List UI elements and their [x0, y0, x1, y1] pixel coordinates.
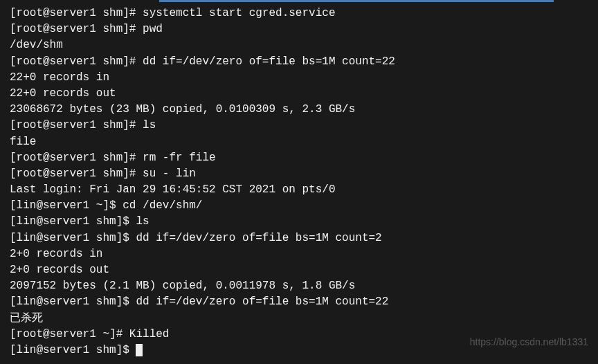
terminal-output[interactable]: [root@server1 shm]# systemctl start cgre…: [10, 6, 588, 358]
terminal-line: [lin@server1 ~]$ cd /dev/shm/: [10, 198, 588, 214]
terminal-line: [root@server1 shm]# rm -fr file: [10, 150, 588, 166]
terminal-line: [root@server1 shm]# dd if=/dev/zero of=f…: [10, 54, 588, 70]
terminal-line: 2+0 records out: [10, 262, 588, 278]
terminal-line: [root@server1 shm]# systemctl start cgre…: [10, 6, 588, 21]
terminal-line: 23068672 bytes (23 MB) copied, 0.0100309…: [10, 102, 588, 118]
title-bar-highlight: [159, 0, 554, 2]
cursor-icon: [136, 344, 143, 356]
terminal-line: Last login: Fri Jan 29 16:45:52 CST 2021…: [10, 182, 588, 198]
terminal-line: 22+0 records in: [10, 70, 588, 86]
terminal-line: [root@server1 shm]# pwd: [10, 21, 588, 37]
terminal-line: 2097152 bytes (2.1 MB) copied, 0.0011978…: [10, 278, 588, 294]
terminal-line: [lin@server1 shm]$ dd if=/dev/zero of=fi…: [10, 294, 588, 310]
terminal-prompt: [lin@server1 shm]$: [10, 344, 136, 356]
terminal-line: [root@server1 shm]# ls: [10, 118, 588, 134]
terminal-line: [lin@server1 shm]$ ls: [10, 214, 588, 230]
terminal-line: file: [10, 134, 588, 150]
terminal-line: [root@server1 shm]# su - lin: [10, 166, 588, 182]
terminal-line: 22+0 records out: [10, 86, 588, 102]
terminal-line: 已杀死: [10, 311, 588, 327]
terminal-line: /dev/shm: [10, 37, 588, 53]
terminal-line: [lin@server1 shm]$ dd if=/dev/zero of=fi…: [10, 230, 588, 246]
terminal-line: 2+0 records in: [10, 246, 588, 262]
watermark-text: https://blog.csdn.net/lb1331: [470, 335, 588, 349]
